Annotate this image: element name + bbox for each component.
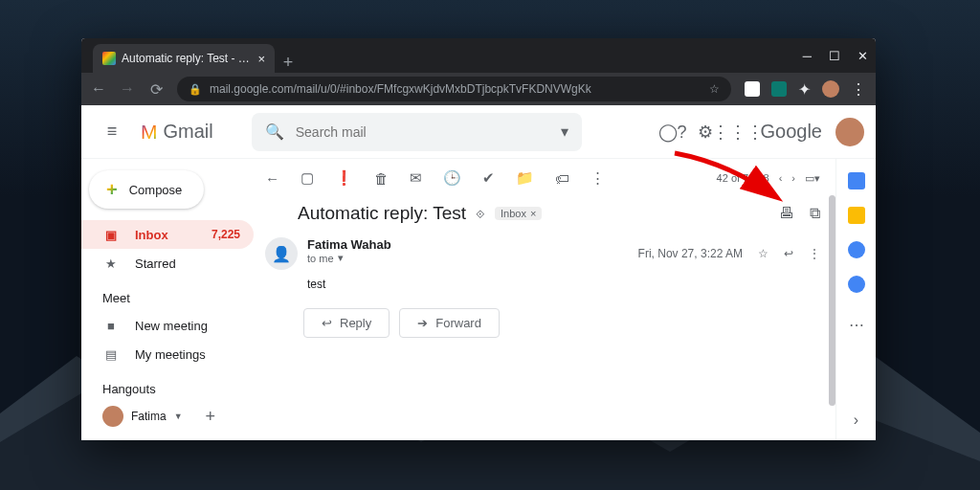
nav-back-icon[interactable]: ← <box>91 81 106 97</box>
compose-label: Compose <box>129 183 183 197</box>
label-chip[interactable]: Inbox × <box>495 207 542 220</box>
keep-app-icon[interactable] <box>848 207 865 224</box>
message-body: test <box>254 272 832 304</box>
apps-grid-icon[interactable]: ⋮⋮⋮ <box>728 122 747 142</box>
add-to-tasks-icon[interactable]: ✔ <box>482 169 495 187</box>
compose-button[interactable]: + Compose <box>89 170 204 209</box>
tab-bar: Automatic reply: Test - fatima@a × + ─ ☐… <box>81 38 876 73</box>
inbox-icon: ▣ <box>102 228 120 242</box>
gmail-favicon <box>102 52 116 65</box>
more-addons-icon[interactable]: ⋯ <box>849 316 864 334</box>
gmail-m-icon: M <box>141 121 158 144</box>
bookmark-star-icon[interactable]: ☆ <box>709 82 720 96</box>
inbox-count: 7,225 <box>212 228 240 241</box>
mark-unread-icon[interactable]: ✉ <box>410 169 422 187</box>
reply-arrow-icon: ↩ <box>322 316 332 330</box>
snooze-icon[interactable]: 🕒 <box>443 169 461 187</box>
reply-button[interactable]: ↩ Reply <box>303 308 390 338</box>
extensions-menu-icon[interactable]: ✦ <box>798 80 811 99</box>
new-tab-button[interactable]: + <box>275 53 301 73</box>
sender-avatar[interactable]: 👤 <box>265 237 298 270</box>
scrollbar[interactable] <box>829 195 835 406</box>
forward-arrow-icon: ➔ <box>417 316 428 330</box>
importance-marker-icon[interactable]: ⟐ <box>476 205 485 222</box>
gmail-header: ≡ M Gmail 🔍 ▾ ◯? ⚙ ⋮⋮⋮ Google <box>81 105 876 159</box>
print-icon[interactable]: 🖶 <box>779 205 794 222</box>
account-avatar[interactable] <box>835 118 864 146</box>
help-icon[interactable]: ◯? <box>663 122 682 142</box>
calendar-app-icon[interactable] <box>848 172 865 189</box>
open-in-new-icon[interactable]: ⧉ <box>810 205 820 222</box>
sidebar-item-label: Inbox <box>135 228 168 242</box>
hangouts-section-label: Hangouts <box>81 368 254 402</box>
main-menu-icon[interactable]: ≡ <box>93 122 131 142</box>
star-icon: ★ <box>102 256 120 271</box>
next-message-icon[interactable]: › <box>791 172 795 184</box>
add-contact-icon[interactable]: + <box>205 407 215 427</box>
gmail-word: Gmail <box>164 121 213 143</box>
reload-icon[interactable]: ⟳ <box>148 81 164 97</box>
hangouts-user[interactable]: Fatima ▼ + <box>81 402 254 431</box>
hangouts-username: Fatima <box>131 410 167 423</box>
collapse-panel-icon[interactable]: › <box>854 412 858 429</box>
side-panel: ⋯ › <box>835 159 876 440</box>
search-icon: 🔍 <box>265 122 284 141</box>
browser-menu-icon[interactable]: ⋮ <box>851 80 866 99</box>
remove-label-icon[interactable]: × <box>530 208 536 219</box>
sidebar: + Compose ▣ Inbox 7,225 ★ Starred Meet ■… <box>81 159 254 440</box>
sidebar-item-label: New meeting <box>135 319 208 333</box>
pagination-text: 42 of 7,228 <box>717 172 769 184</box>
message-menu-icon[interactable]: ⋮ <box>809 247 820 260</box>
sidebar-item-my-meetings[interactable]: ▤ My meetings <box>81 340 254 368</box>
browser-window: Automatic reply: Test - fatima@a × + ─ ☐… <box>81 38 876 440</box>
user-avatar <box>102 406 123 427</box>
gmail-logo[interactable]: M Gmail <box>141 121 213 144</box>
sidebar-item-inbox[interactable]: ▣ Inbox 7,225 <box>81 220 254 249</box>
star-message-icon[interactable]: ☆ <box>758 247 768 260</box>
message-content: ← ▢ ❗ 🗑 ✉ 🕒 ✔ 📁 🏷 ⋮ 42 of 7,228 ‹ <box>254 159 835 440</box>
back-to-inbox-icon[interactable]: ← <box>265 170 279 187</box>
move-to-icon[interactable]: 📁 <box>516 169 534 187</box>
sidebar-item-starred[interactable]: ★ Starred <box>81 249 254 278</box>
message-datetime: Fri, Nov 27, 3:22 AM <box>638 247 743 260</box>
browser-tab[interactable]: Automatic reply: Test - fatima@a × <box>93 44 275 73</box>
contacts-app-icon[interactable] <box>848 276 865 293</box>
search-input[interactable] <box>296 124 549 140</box>
sidebar-item-label: Starred <box>135 256 176 271</box>
prev-message-icon[interactable]: ‹ <box>779 172 783 184</box>
sidebar-item-new-meeting[interactable]: ■ New meeting <box>81 311 254 340</box>
more-actions-icon[interactable]: ⋮ <box>590 169 605 187</box>
chevron-down-icon[interactable]: ▼ <box>174 412 183 421</box>
nav-forward-icon[interactable]: → <box>120 81 135 97</box>
search-options-icon[interactable]: ▾ <box>561 122 568 141</box>
tab-title: Automatic reply: Test - fatima@a <box>122 52 252 65</box>
input-tools-icon[interactable]: ▭▾ <box>805 172 820 185</box>
gmail-page: ≡ M Gmail 🔍 ▾ ◯? ⚙ ⋮⋮⋮ Google + <box>81 105 876 440</box>
window-maximize-icon[interactable]: ☐ <box>829 49 840 63</box>
show-details-icon[interactable]: ▾ <box>338 252 344 264</box>
archive-icon[interactable]: ▢ <box>301 169 314 187</box>
close-tab-icon[interactable]: × <box>257 52 265 66</box>
extension-icon[interactable] <box>771 81 787 97</box>
url-text: mail.google.com/mail/u/0/#inbox/FMfcgxwK… <box>210 82 591 96</box>
extension-icon[interactable] <box>745 81 760 97</box>
report-spam-icon[interactable]: ❗ <box>335 169 353 187</box>
reply-icon[interactable]: ↩ <box>784 247 793 260</box>
window-close-icon[interactable]: ✕ <box>858 49 868 63</box>
meet-section-label: Meet <box>81 278 254 311</box>
sender-name: Fatima Wahab <box>307 237 629 252</box>
address-bar: ← → ⟳ 🔒 mail.google.com/mail/u/0/#inbox/… <box>81 73 876 105</box>
window-minimize-icon[interactable]: ─ <box>803 49 812 63</box>
tasks-app-icon[interactable] <box>848 241 865 258</box>
forward-button[interactable]: ➔ Forward <box>399 308 500 338</box>
message-toolbar: ← ▢ ❗ 🗑 ✉ 🕒 ✔ 📁 🏷 ⋮ 42 of 7,228 ‹ <box>254 159 832 197</box>
profile-avatar[interactable] <box>822 80 839 98</box>
labels-icon[interactable]: 🏷 <box>555 170 569 187</box>
video-icon: ■ <box>102 319 120 333</box>
search-bar[interactable]: 🔍 ▾ <box>252 113 582 151</box>
delete-icon[interactable]: 🗑 <box>374 170 389 187</box>
url-bar[interactable]: 🔒 mail.google.com/mail/u/0/#inbox/FMfcgx… <box>177 77 731 101</box>
message-subject: Automatic reply: Test <box>298 203 466 224</box>
recipient-text: to me <box>307 253 334 264</box>
plus-icon: + <box>106 179 118 201</box>
